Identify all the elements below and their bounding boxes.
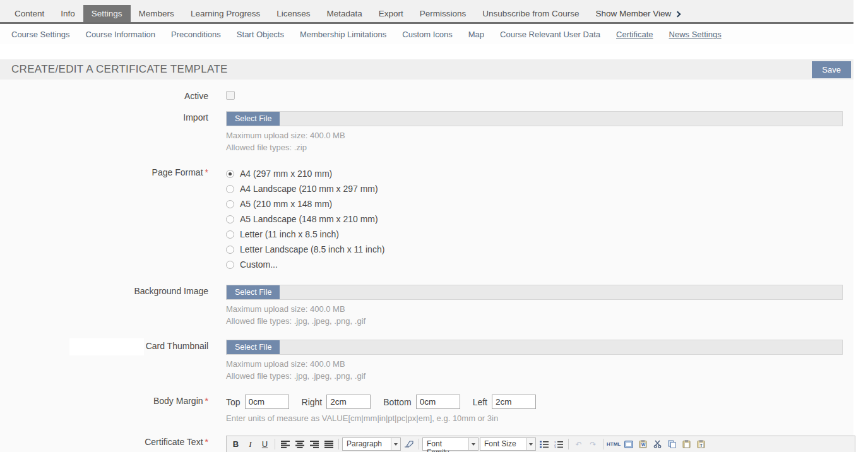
radio-button-icon[interactable] bbox=[226, 215, 234, 223]
subtab-preconditions[interactable]: Preconditions bbox=[171, 30, 221, 39]
row-card-thumbnail: Card Thumbnail Select File Maximum uploa… bbox=[0, 340, 853, 381]
align-center-button[interactable] bbox=[293, 438, 306, 451]
rich-text-editor: B I U bbox=[226, 436, 855, 452]
underline-button[interactable]: U bbox=[258, 438, 271, 451]
align-right-icon bbox=[310, 441, 319, 448]
paste-from-word-button[interactable]: W bbox=[636, 438, 650, 451]
subtab-course-settings[interactable]: Course Settings bbox=[11, 30, 70, 39]
radio-custom-label: Custom... bbox=[240, 259, 278, 270]
radio-a5-landscape-label: A5 Landscape (148 mm x 210 mm) bbox=[240, 214, 378, 224]
subtab-course-relevant-user-data[interactable]: Course Relevant User Data bbox=[500, 30, 600, 39]
radio-a5-label: A5 (210 mm x 148 mm) bbox=[240, 199, 332, 209]
chevron-right-icon bbox=[675, 11, 681, 17]
tab-metadata[interactable]: Metadata bbox=[319, 5, 371, 22]
redo-button[interactable]: ↷ bbox=[586, 438, 600, 451]
subtab-membership-limitations[interactable]: Membership Limitations bbox=[300, 30, 386, 39]
margin-right-input[interactable] bbox=[326, 395, 371, 409]
body-margin-hint: Enter units of measure as VALUE[cm|mm|in… bbox=[226, 413, 843, 423]
row-import: Import Select File Maximum upload size: … bbox=[0, 111, 853, 152]
font-family-select[interactable]: Font Family bbox=[422, 437, 479, 451]
copy-button[interactable] bbox=[665, 438, 679, 451]
radio-button-icon[interactable] bbox=[226, 246, 234, 254]
card-thumbnail-label: Card Thumbnail bbox=[146, 341, 208, 351]
radio-custom[interactable]: Custom... bbox=[226, 257, 843, 272]
import-file-input[interactable]: Select File bbox=[226, 111, 843, 126]
import-select-file-button[interactable]: Select File bbox=[227, 112, 280, 126]
numbered-list-icon: 123 bbox=[554, 441, 563, 448]
tab-learning-progress[interactable]: Learning Progress bbox=[182, 5, 268, 22]
align-right-button[interactable] bbox=[307, 438, 321, 451]
tab-members[interactable]: Members bbox=[131, 5, 182, 22]
paragraph-format-select[interactable]: Paragraph bbox=[342, 437, 401, 451]
subtab-start-objects[interactable]: Start Objects bbox=[237, 30, 284, 39]
italic-button[interactable]: I bbox=[244, 438, 257, 451]
align-justify-button[interactable] bbox=[322, 438, 335, 451]
form-title-band: CREATE/EDIT A CERTIFICATE TEMPLATE Save bbox=[0, 59, 853, 80]
tab-permissions[interactable]: Permissions bbox=[412, 5, 475, 22]
subtab-certificate[interactable]: Certificate bbox=[616, 30, 653, 39]
active-checkbox[interactable] bbox=[226, 91, 235, 100]
margin-bottom-label: Bottom bbox=[383, 397, 411, 407]
undo-button[interactable]: ↶ bbox=[572, 438, 585, 451]
tab-settings[interactable]: Settings bbox=[83, 5, 131, 22]
background-image-allowed-types-hint: Allowed file types: .jpg, .jpeg, .png, .… bbox=[226, 316, 843, 326]
fullscreen-button[interactable] bbox=[622, 438, 635, 451]
radio-button-icon[interactable] bbox=[226, 200, 234, 208]
required-asterisk: * bbox=[205, 396, 208, 406]
align-justify-icon bbox=[324, 441, 333, 448]
save-button[interactable]: Save bbox=[812, 61, 851, 78]
subtab-custom-icons[interactable]: Custom Icons bbox=[402, 30, 452, 39]
certificate-template-form: Active Import Select File Maximum upload… bbox=[0, 80, 853, 452]
bold-button[interactable]: B bbox=[229, 438, 242, 451]
row-background-image: Background Image Select File Maximum upl… bbox=[0, 285, 853, 326]
bullet-list-button[interactable] bbox=[537, 438, 550, 451]
subtab-news-settings[interactable]: News Settings bbox=[669, 30, 722, 39]
required-asterisk: * bbox=[205, 167, 208, 177]
page-format-label: Page Format bbox=[152, 167, 203, 177]
card-thumbnail-allowed-types-hint: Allowed file types: .jpg, .jpeg, .png, .… bbox=[226, 371, 843, 381]
paste-word-icon: W bbox=[639, 440, 647, 448]
margin-top-label: Top bbox=[226, 397, 241, 407]
html-source-button[interactable]: HTML bbox=[607, 438, 621, 451]
margin-left-input[interactable] bbox=[492, 395, 536, 409]
radio-letter-landscape[interactable]: Letter Landscape (8.5 inch x 11 inch) bbox=[226, 242, 843, 257]
radio-letter[interactable]: Letter (11 inch x 8.5 inch) bbox=[226, 227, 843, 242]
background-image-max-upload-hint: Maximum upload size: 400.0 MB bbox=[226, 304, 843, 314]
align-left-button[interactable] bbox=[278, 438, 292, 451]
radio-a5-landscape[interactable]: A5 Landscape (148 mm x 210 mm) bbox=[226, 211, 843, 227]
card-thumbnail-file-input[interactable]: Select File bbox=[226, 340, 843, 355]
tab-export[interactable]: Export bbox=[371, 5, 412, 22]
row-active: Active bbox=[0, 90, 853, 102]
tab-licenses[interactable]: Licenses bbox=[268, 5, 318, 22]
toolbar-separator bbox=[275, 439, 275, 449]
tab-unsubscribe[interactable]: Unsubscribe from Course bbox=[474, 5, 587, 22]
radio-button-icon[interactable] bbox=[226, 170, 234, 178]
sub-tab-bar: Course Settings Course Information Preco… bbox=[0, 24, 853, 44]
radio-button-icon[interactable] bbox=[226, 230, 234, 239]
svg-text:T: T bbox=[700, 443, 703, 448]
radio-button-icon[interactable] bbox=[226, 261, 234, 269]
card-thumbnail-select-file-button[interactable]: Select File bbox=[227, 340, 280, 354]
paste-button[interactable] bbox=[680, 438, 693, 451]
subtab-course-information[interactable]: Course Information bbox=[86, 30, 156, 39]
radio-a4-landscape[interactable]: A4 Landscape (210 mm x 297 mm) bbox=[226, 181, 843, 196]
font-size-select[interactable]: Font Size bbox=[480, 437, 536, 451]
numbered-list-button[interactable]: 123 bbox=[552, 438, 565, 451]
highlight-strip bbox=[69, 338, 144, 355]
background-image-select-file-button[interactable]: Select File bbox=[227, 285, 280, 299]
margin-top-input[interactable] bbox=[245, 395, 289, 409]
page-title: CREATE/EDIT A CERTIFICATE TEMPLATE bbox=[11, 63, 228, 76]
tab-show-member-view[interactable]: Show Member View bbox=[587, 5, 688, 22]
tab-info[interactable]: Info bbox=[52, 5, 83, 22]
tab-content[interactable]: Content bbox=[6, 5, 52, 22]
radio-a5[interactable]: A5 (210 mm x 148 mm) bbox=[226, 196, 843, 211]
radio-button-icon[interactable] bbox=[226, 185, 234, 193]
font-size-value: Font Size bbox=[480, 438, 526, 450]
remove-format-button[interactable] bbox=[402, 438, 415, 451]
subtab-map[interactable]: Map bbox=[468, 30, 484, 39]
margin-bottom-input[interactable] bbox=[416, 395, 460, 409]
background-image-file-input[interactable]: Select File bbox=[226, 285, 843, 300]
cut-button[interactable] bbox=[651, 438, 664, 451]
radio-a4[interactable]: A4 (297 mm x 210 mm) bbox=[226, 166, 843, 181]
paste-as-text-button[interactable]: T bbox=[694, 438, 708, 451]
